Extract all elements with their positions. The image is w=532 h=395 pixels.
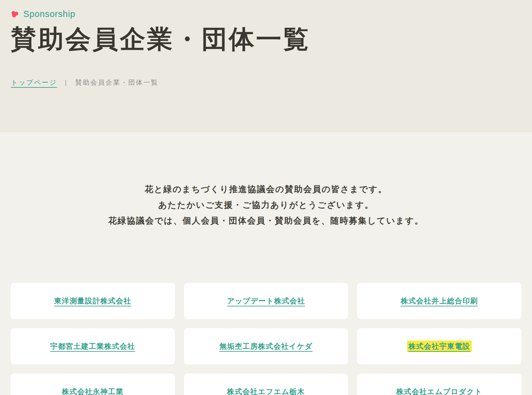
member-link[interactable]: 株式会社永神工業: [62, 387, 123, 395]
breadcrumb-current: 賛助会員企業・団体一覧: [75, 78, 159, 87]
member-link[interactable]: 株式会社宇東電設: [407, 341, 472, 352]
main-section: 花と緑のまちづくり推進協議会の賛助会員の皆さまです。 あたたかいご支援・ご協力あ…: [0, 132, 532, 395]
member-card: 株式会社宇東電設: [357, 328, 521, 364]
page-title: 賛助会員企業・団体一覧: [11, 23, 521, 56]
intro-line-3: 花緑協議会では、個人会員・団体会員・賛助会員を、随時募集しています。: [0, 216, 532, 226]
member-link[interactable]: 株式会社エフエム栃木: [227, 387, 305, 395]
member-card: 株式会社エフエム栃木: [184, 374, 348, 395]
member-card: アップデート株式会社: [184, 283, 348, 319]
member-link[interactable]: 株式会社井上総合印刷: [401, 296, 478, 306]
breadcrumb: トップページ | 賛助会員企業・団体一覧: [11, 78, 521, 87]
member-card: 無垢杢工房株式会社イケダ: [184, 328, 348, 364]
intro-line-1: 花と緑のまちづくり推進協議会の賛助会員の皆さまです。: [0, 184, 532, 194]
member-card: 東洋測量設計株式会社: [11, 283, 175, 319]
member-card: 株式会社井上総合印刷: [357, 283, 521, 319]
member-link[interactable]: 宇都宮土建工業株式会社: [50, 341, 135, 351]
member-link[interactable]: 東洋測量設計株式会社: [54, 296, 131, 306]
eyebrow: Sponsorship: [11, 0, 521, 19]
breadcrumb-separator: |: [65, 79, 67, 86]
member-card: 株式会社永神工業: [11, 374, 175, 395]
breadcrumb-home-link[interactable]: トップページ: [11, 78, 57, 87]
member-link[interactable]: アップデート株式会社: [227, 296, 305, 306]
intro-line-2: あたたかいご支援・ご協力ありがとうございます。: [0, 200, 532, 210]
hero-section: Sponsorship 賛助会員企業・団体一覧 トップページ | 賛助会員企業・…: [0, 0, 532, 132]
member-link[interactable]: 株式会社エムプロダクト: [396, 387, 482, 395]
member-card: 宇都宮土建工業株式会社: [11, 328, 175, 364]
member-link[interactable]: 無垢杢工房株式会社イケダ: [219, 341, 313, 351]
intro-text: 花と緑のまちづくり推進協議会の賛助会員の皆さまです。 あたたかいご支援・ご協力あ…: [0, 132, 532, 226]
member-card: 株式会社エムプロダクト: [357, 374, 521, 395]
flower-icon: [11, 11, 19, 18]
eyebrow-label: Sponsorship: [23, 9, 75, 19]
member-grid: 東洋測量設計株式会社 アップデート株式会社 株式会社井上総合印刷 宇都宮土建工業…: [11, 283, 521, 395]
